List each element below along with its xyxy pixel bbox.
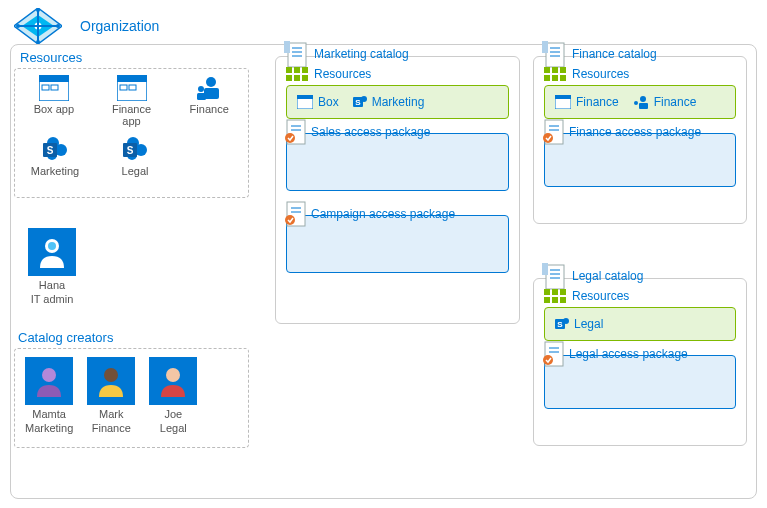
svg-point-7 (36, 8, 40, 12)
svg-point-36 (104, 368, 118, 382)
svg-rect-43 (286, 67, 292, 73)
svg-rect-71 (552, 75, 558, 81)
catalog-header: Finance catalog (540, 39, 657, 69)
creators-title: Catalog creators (18, 330, 113, 345)
package-icon (541, 118, 565, 146)
catalog-marketing: Marketing catalog Resources Box SMarketi… (275, 56, 520, 324)
access-package: Legal access package (544, 355, 736, 409)
svg-point-75 (640, 96, 646, 102)
resources-grid-icon (544, 289, 566, 311)
svg-rect-87 (544, 289, 550, 295)
svg-rect-44 (294, 67, 300, 73)
svg-rect-63 (542, 41, 548, 53)
sharepoint-icon: S (353, 95, 367, 109)
resource-item: S Marketing (25, 135, 85, 177)
diagram-root: Organization Resources Box app Finance a… (0, 0, 767, 508)
svg-rect-72 (560, 75, 566, 81)
svg-text:S: S (47, 145, 54, 156)
svg-point-34 (48, 242, 56, 250)
avatar-icon (149, 357, 197, 405)
package-header: Campaign access package (283, 200, 455, 228)
svg-rect-12 (39, 75, 69, 82)
svg-text:S: S (557, 320, 563, 329)
access-package: Finance access package (544, 133, 736, 187)
svg-point-81 (543, 133, 553, 143)
svg-point-35 (42, 368, 56, 382)
organization-label: Organization (80, 18, 159, 34)
package-icon (541, 340, 565, 368)
svg-rect-68 (552, 67, 558, 73)
creator-item: JoeLegal (149, 357, 197, 439)
svg-rect-48 (302, 75, 308, 81)
package-icon (283, 118, 307, 146)
sharepoint-icon: S (121, 135, 149, 163)
svg-point-9 (16, 24, 20, 28)
catalog-resource-item: Box (297, 95, 339, 109)
catalog-resources-title: Resources (314, 67, 519, 81)
package-header: Finance access package (541, 118, 701, 146)
avatar-icon (25, 357, 73, 405)
svg-rect-39 (284, 41, 290, 53)
svg-rect-88 (552, 289, 558, 295)
svg-text:S: S (127, 145, 134, 156)
svg-rect-47 (294, 75, 300, 81)
resources-grid-icon (544, 67, 566, 89)
catalog-resources-title: Resources (572, 289, 746, 303)
app-icon (297, 95, 313, 109)
package-header: Sales access package (283, 118, 430, 146)
resources-grid-icon (286, 67, 308, 89)
svg-text:S: S (355, 98, 361, 107)
sharepoint-icon: S (41, 135, 69, 163)
catalog-resources-box: Box SMarketing (286, 85, 509, 119)
svg-point-95 (563, 318, 569, 324)
package-header: Legal access package (541, 340, 688, 368)
svg-point-10 (56, 24, 60, 28)
svg-rect-38 (288, 43, 306, 67)
resource-item: Box app (25, 75, 83, 127)
creator-item: MarkFinance (87, 357, 135, 439)
svg-rect-89 (560, 289, 566, 295)
catalog-resource-item: SMarketing (353, 95, 425, 109)
sharepoint-icon: S (555, 317, 569, 331)
catalog-resources-title: Resources (572, 67, 746, 81)
svg-rect-91 (552, 297, 558, 303)
svg-rect-20 (204, 88, 219, 99)
catalog-icon (540, 39, 566, 69)
svg-rect-82 (546, 265, 564, 289)
catalog-icon (282, 39, 308, 69)
package-icon (283, 200, 307, 228)
svg-point-77 (634, 101, 638, 105)
svg-rect-76 (639, 103, 648, 109)
creator-item: MamtaMarketing (25, 357, 73, 439)
group-icon (633, 95, 649, 109)
svg-rect-69 (560, 67, 566, 73)
creators-box: MamtaMarketing MarkFinance JoeLegal (14, 348, 249, 448)
svg-rect-50 (297, 95, 313, 99)
resource-item: Finance app (103, 75, 161, 127)
resources-title: Resources (20, 50, 82, 65)
catalog-resources-box: SLegal (544, 307, 736, 341)
avatar-icon (28, 228, 76, 276)
svg-point-37 (166, 368, 180, 382)
app-icon (555, 95, 571, 109)
catalog-icon (540, 261, 566, 291)
svg-point-53 (361, 96, 367, 102)
catalog-resource-item: SLegal (555, 317, 603, 331)
svg-rect-46 (286, 75, 292, 81)
svg-rect-67 (544, 67, 550, 73)
catalog-legal: Legal catalog Resources SLegal Legal acc… (533, 278, 747, 446)
svg-rect-83 (542, 263, 548, 275)
catalog-header: Legal catalog (540, 261, 643, 291)
svg-point-57 (285, 133, 295, 143)
svg-rect-90 (544, 297, 550, 303)
svg-rect-45 (302, 67, 308, 73)
svg-rect-62 (546, 43, 564, 67)
catalog-resources-box: Finance Finance (544, 85, 736, 119)
svg-rect-70 (544, 75, 550, 81)
svg-rect-74 (555, 95, 571, 99)
access-package: Sales access package (286, 133, 509, 191)
app-icon (39, 75, 69, 101)
app-icon (117, 75, 147, 101)
svg-point-61 (285, 215, 295, 225)
svg-point-99 (543, 355, 553, 365)
